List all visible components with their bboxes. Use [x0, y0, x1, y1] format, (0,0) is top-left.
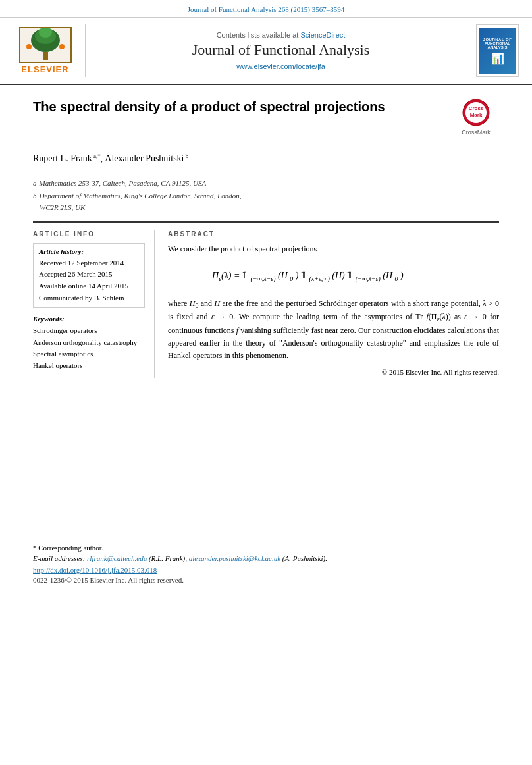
abstract-intro: We consider the product of spectral proj…: [168, 244, 317, 253]
contents-available-line: Contents lists available at ScienceDirec…: [217, 31, 346, 39]
article-history-box: Article history: Received 12 September 2…: [33, 243, 145, 308]
keyword-2: Anderson orthogonality catastrophy: [33, 337, 145, 349]
accepted-line: Accepted 26 March 2015: [39, 269, 139, 280]
keywords-title: Keywords:: [33, 315, 145, 323]
authors-section: Rupert L. Frank a,*, Alexander Pushnitsk…: [33, 153, 499, 164]
svg-text:Cross: Cross: [468, 105, 483, 111]
tree-icon: [19, 27, 72, 63]
svg-point-4: [39, 27, 52, 38]
article-info-col: ARTICLE INFO Article history: Received 1…: [33, 230, 155, 378]
divider-1: [33, 171, 499, 171]
footer-section: * Corresponding author. E-mail addresses…: [0, 523, 532, 591]
journal-center: Contents lists available at ScienceDirec…: [92, 24, 469, 77]
svg-point-6: [26, 44, 32, 49]
crossmark-section: Cross Mark CrossMark: [453, 98, 499, 136]
article-title: The spectral density of a product of spe…: [33, 98, 385, 115]
abstract-heading: ABSTRACT: [168, 230, 499, 238]
issn-line: 0022-1236/© 2015 Elsevier Inc. All right…: [33, 576, 499, 584]
lambda-symbol: λ: [483, 299, 486, 308]
keyword-3: Spectral asymptotics: [33, 348, 145, 360]
doi-link[interactable]: http://dx.doi.org/10.1016/j.jfa.2015.03.…: [33, 566, 499, 574]
svg-text:Πε(λ) = 
                𝟙
  : Πε(λ) = 𝟙 (−∞,λ−ε) (H 0 ) 𝟙 (λ+ε,∞) (H) …: [211, 271, 404, 283]
abstract-text: We consider the product of spectral proj…: [168, 243, 499, 378]
author-2-sup: b: [184, 153, 188, 159]
footer-divider: [33, 537, 499, 537]
aff-2-postcode: WC2R 2LS, UK: [40, 203, 85, 211]
abstract-para-1: We consider the product of spectral proj…: [168, 243, 499, 255]
article-title-section: The spectral density of a product of spe…: [33, 98, 499, 142]
aff-1-text: Mathematics 253-37, Caltech, Pasadena, C…: [40, 178, 207, 189]
corresponding-note: * Corresponding author.: [33, 544, 499, 552]
keyword-4: Hankel operators: [33, 360, 145, 372]
svg-rect-1: [43, 52, 48, 60]
affiliation-1: a Mathematics 253-37, Caltech, Pasadena,…: [33, 178, 499, 189]
communicated-line: Communicated by B. Schlein: [39, 292, 139, 304]
aff-2-line2: WC2R 2LS, UK: [33, 202, 499, 213]
keywords-section: Keywords: Schrödinger operators Anderson…: [33, 315, 145, 371]
elsevier-brand-text: ELSEVIER: [21, 65, 68, 74]
epsilon-symbol: ε: [211, 312, 215, 321]
available-line: Available online 14 April 2015: [39, 280, 139, 292]
formula-svg: Πε(λ) = 𝟙 (−∞,λ−ε) (H 0 ) 𝟙 (λ+ε,∞) (H) …: [209, 261, 459, 286]
history-title: Article history:: [39, 248, 139, 255]
email-1[interactable]: rlfrank@caltech.edu: [87, 554, 147, 562]
email-line: E-mail addresses: rlfrank@caltech.edu (R…: [33, 554, 499, 562]
spacer: [0, 391, 532, 523]
email-1-name: (R.L. Frank),: [149, 554, 187, 562]
aff-marker-a: a: [33, 178, 37, 189]
email-prefix: E-mail addresses:: [33, 554, 85, 562]
author-1-sup: a,*: [92, 153, 101, 159]
sciencedirect-link[interactable]: ScienceDirect: [300, 31, 345, 39]
received-line: Received 12 September 2014: [39, 257, 139, 269]
affiliations-section: a Mathematics 253-37, Caltech, Pasadena,…: [33, 178, 499, 213]
citation-bar: Journal of Functional Analysis 268 (2015…: [0, 0, 532, 18]
email-2[interactable]: alexander.pushnitski@kcl.ac.uk: [189, 554, 280, 562]
two-col-section: ARTICLE INFO Article history: Received 1…: [33, 230, 499, 378]
elsevier-logo: ELSEVIER: [13, 24, 86, 77]
abstract-col: ABSTRACT We consider the product of spec…: [168, 230, 499, 378]
email-2-name: (A. Pushnitski).: [282, 554, 327, 562]
contents-prefix: Contents lists available at: [217, 31, 299, 39]
citation-text: Journal of Functional Analysis 268 (2015…: [188, 5, 344, 13]
phenomenon-word: phenomenon: [246, 351, 286, 360]
page: Journal of Functional Analysis 268 (2015…: [0, 0, 532, 765]
svg-point-7: [59, 44, 65, 49]
crossmark-icon: Cross Mark: [462, 98, 491, 128]
main-content: The spectral density of a product of spe…: [0, 85, 532, 391]
journal-logo-right: JOURNAL OF FUNCTIONAL ANALYSIS 📊: [476, 24, 519, 77]
journal-header: ELSEVIER Contents lists available at Sci…: [0, 18, 532, 85]
aff-2-text: Department of Mathematics, King's Colleg…: [40, 190, 242, 201]
abstract-para-2: where H0 and H are the free and the pert…: [168, 298, 499, 362]
formula-display: Πε(λ) = 𝟙 (−∞,λ−ε) (H 0 ) 𝟙 (λ+ε,∞) (H) …: [168, 261, 499, 290]
article-info-heading: ARTICLE INFO: [33, 230, 145, 238]
h-symbol: H: [215, 299, 221, 308]
aff-marker-b: b: [33, 190, 37, 201]
journal-logo-thumbnail: JOURNAL OF FUNCTIONAL ANALYSIS 📊: [479, 28, 516, 74]
affiliation-2: b Department of Mathematics, King's Coll…: [33, 190, 499, 201]
trace-formula: f: [427, 312, 429, 321]
journal-url[interactable]: www.elsevier.com/locate/jfa: [236, 63, 325, 70]
svg-text:Mark: Mark: [469, 112, 482, 118]
divider-thick: [33, 221, 499, 223]
journal-title: Journal of Functional Analysis: [192, 41, 369, 59]
crossmark-label: CrossMark: [462, 129, 491, 136]
keyword-1: Schrödinger operators: [33, 325, 145, 337]
author-1-name: Rupert L. Frank: [33, 153, 92, 163]
copyright-line: © 2015 Elsevier Inc. All rights reserved…: [168, 367, 499, 378]
author-2-name: Alexander Pushnitski: [105, 153, 184, 163]
